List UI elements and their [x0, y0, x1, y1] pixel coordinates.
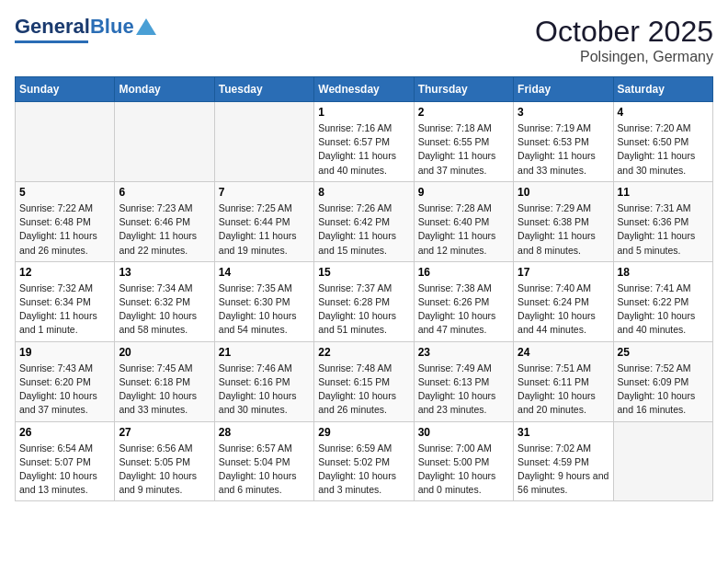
weekday-header: Sunday [16, 77, 115, 102]
day-info: Sunrise: 7:41 AM Sunset: 6:22 PM Dayligh… [618, 282, 709, 338]
day-number: 25 [618, 346, 709, 359]
day-number: 7 [219, 186, 310, 199]
day-info: Sunrise: 7:51 AM Sunset: 6:11 PM Dayligh… [518, 362, 609, 418]
calendar-day-cell: 4Sunrise: 7:20 AM Sunset: 6:50 PM Daylig… [613, 102, 712, 182]
calendar-day-cell: 18Sunrise: 7:41 AM Sunset: 6:22 PM Dayli… [613, 261, 712, 341]
calendar-day-cell: 24Sunrise: 7:51 AM Sunset: 6:11 PM Dayli… [514, 341, 613, 421]
logo-underline [15, 40, 88, 43]
day-info: Sunrise: 6:54 AM Sunset: 5:07 PM Dayligh… [19, 442, 110, 498]
day-info: Sunrise: 7:45 AM Sunset: 6:18 PM Dayligh… [119, 362, 210, 418]
day-number: 3 [518, 106, 609, 119]
day-info: Sunrise: 6:59 AM Sunset: 5:02 PM Dayligh… [318, 442, 409, 498]
day-number: 31 [518, 426, 609, 439]
day-number: 4 [618, 106, 709, 119]
calendar-week-row: 12Sunrise: 7:32 AM Sunset: 6:34 PM Dayli… [16, 261, 713, 341]
day-number: 20 [119, 346, 210, 359]
calendar-day-cell: 3Sunrise: 7:19 AM Sunset: 6:53 PM Daylig… [514, 102, 613, 182]
day-number: 6 [119, 186, 210, 199]
day-info: Sunrise: 7:26 AM Sunset: 6:42 PM Dayligh… [318, 201, 409, 258]
weekday-header: Saturday [613, 77, 712, 102]
calendar-day-cell: 19Sunrise: 7:43 AM Sunset: 6:20 PM Dayli… [16, 341, 115, 421]
day-number: 18 [618, 266, 709, 279]
calendar-day-cell: 12Sunrise: 7:32 AM Sunset: 6:34 PM Dayli… [16, 261, 115, 341]
logo-general: General [15, 15, 90, 39]
calendar-week-row: 5Sunrise: 7:22 AM Sunset: 6:48 PM Daylig… [16, 181, 713, 261]
day-number: 24 [518, 346, 609, 359]
weekday-header: Thursday [414, 77, 513, 102]
calendar-day-cell [214, 102, 313, 182]
day-info: Sunrise: 7:38 AM Sunset: 6:26 PM Dayligh… [418, 282, 509, 338]
day-info: Sunrise: 7:00 AM Sunset: 5:00 PM Dayligh… [418, 442, 509, 498]
day-info: Sunrise: 6:57 AM Sunset: 5:04 PM Dayligh… [219, 442, 310, 498]
calendar-day-cell: 7Sunrise: 7:25 AM Sunset: 6:44 PM Daylig… [214, 181, 313, 261]
day-info: Sunrise: 7:43 AM Sunset: 6:20 PM Dayligh… [19, 362, 110, 418]
calendar-day-cell: 31Sunrise: 7:02 AM Sunset: 4:59 PM Dayli… [514, 421, 613, 501]
weekday-header: Wednesday [314, 77, 414, 102]
day-number: 28 [219, 426, 310, 439]
calendar-day-cell: 28Sunrise: 6:57 AM Sunset: 5:04 PM Dayli… [214, 421, 313, 501]
day-info: Sunrise: 7:02 AM Sunset: 4:59 PM Dayligh… [518, 442, 609, 498]
day-info: Sunrise: 7:29 AM Sunset: 6:38 PM Dayligh… [518, 201, 609, 258]
day-info: Sunrise: 7:34 AM Sunset: 6:32 PM Dayligh… [119, 282, 210, 338]
day-number: 23 [418, 346, 509, 359]
calendar-day-cell: 14Sunrise: 7:35 AM Sunset: 6:30 PM Dayli… [214, 261, 313, 341]
calendar-day-cell: 23Sunrise: 7:49 AM Sunset: 6:13 PM Dayli… [414, 341, 513, 421]
day-info: Sunrise: 6:56 AM Sunset: 5:05 PM Dayligh… [119, 442, 210, 498]
day-info: Sunrise: 7:46 AM Sunset: 6:16 PM Dayligh… [219, 362, 310, 418]
calendar-day-cell: 21Sunrise: 7:46 AM Sunset: 6:16 PM Dayli… [214, 341, 313, 421]
calendar-week-row: 26Sunrise: 6:54 AM Sunset: 5:07 PM Dayli… [16, 421, 713, 501]
calendar-day-cell: 10Sunrise: 7:29 AM Sunset: 6:38 PM Dayli… [514, 181, 613, 261]
location: Polsingen, Germany [535, 49, 713, 65]
calendar-day-cell: 6Sunrise: 7:23 AM Sunset: 6:46 PM Daylig… [115, 181, 214, 261]
day-number: 2 [418, 106, 509, 119]
calendar-day-cell: 16Sunrise: 7:38 AM Sunset: 6:26 PM Dayli… [414, 261, 513, 341]
day-number: 17 [518, 266, 609, 279]
day-info: Sunrise: 7:23 AM Sunset: 6:46 PM Dayligh… [119, 201, 210, 258]
calendar-day-cell: 2Sunrise: 7:18 AM Sunset: 6:55 PM Daylig… [414, 102, 513, 182]
day-info: Sunrise: 7:49 AM Sunset: 6:13 PM Dayligh… [418, 362, 509, 418]
calendar-week-row: 19Sunrise: 7:43 AM Sunset: 6:20 PM Dayli… [16, 341, 713, 421]
title-block: October 2025 Polsingen, Germany [535, 15, 713, 65]
calendar-day-cell: 27Sunrise: 6:56 AM Sunset: 5:05 PM Dayli… [115, 421, 214, 501]
day-info: Sunrise: 7:31 AM Sunset: 6:36 PM Dayligh… [618, 201, 709, 258]
day-info: Sunrise: 7:22 AM Sunset: 6:48 PM Dayligh… [19, 201, 110, 258]
calendar-day-cell: 13Sunrise: 7:34 AM Sunset: 6:32 PM Dayli… [115, 261, 214, 341]
calendar-day-cell [16, 102, 115, 182]
day-info: Sunrise: 7:20 AM Sunset: 6:50 PM Dayligh… [618, 121, 709, 178]
day-info: Sunrise: 7:19 AM Sunset: 6:53 PM Dayligh… [518, 121, 609, 178]
day-number: 21 [219, 346, 310, 359]
calendar-week-row: 1Sunrise: 7:16 AM Sunset: 6:57 PM Daylig… [16, 102, 713, 182]
calendar-header-row: SundayMondayTuesdayWednesdayThursdayFrid… [16, 77, 713, 102]
weekday-header: Tuesday [214, 77, 313, 102]
calendar-day-cell: 30Sunrise: 7:00 AM Sunset: 5:00 PM Dayli… [414, 421, 513, 501]
day-info: Sunrise: 7:18 AM Sunset: 6:55 PM Dayligh… [418, 121, 509, 178]
day-info: Sunrise: 7:32 AM Sunset: 6:34 PM Dayligh… [19, 282, 110, 338]
day-info: Sunrise: 7:28 AM Sunset: 6:40 PM Dayligh… [418, 201, 509, 258]
calendar-day-cell: 1Sunrise: 7:16 AM Sunset: 6:57 PM Daylig… [314, 102, 414, 182]
day-info: Sunrise: 7:48 AM Sunset: 6:15 PM Dayligh… [318, 362, 409, 418]
calendar-day-cell: 29Sunrise: 6:59 AM Sunset: 5:02 PM Dayli… [314, 421, 414, 501]
day-number: 26 [19, 426, 110, 439]
day-number: 5 [19, 186, 110, 199]
calendar-day-cell: 9Sunrise: 7:28 AM Sunset: 6:40 PM Daylig… [414, 181, 513, 261]
calendar-day-cell: 26Sunrise: 6:54 AM Sunset: 5:07 PM Dayli… [16, 421, 115, 501]
day-number: 1 [318, 106, 409, 119]
calendar-day-cell: 8Sunrise: 7:26 AM Sunset: 6:42 PM Daylig… [314, 181, 414, 261]
day-number: 30 [418, 426, 509, 439]
day-info: Sunrise: 7:40 AM Sunset: 6:24 PM Dayligh… [518, 282, 609, 338]
day-number: 15 [318, 266, 409, 279]
calendar-day-cell: 25Sunrise: 7:52 AM Sunset: 6:09 PM Dayli… [613, 341, 712, 421]
day-info: Sunrise: 7:52 AM Sunset: 6:09 PM Dayligh… [618, 362, 709, 418]
day-number: 27 [119, 426, 210, 439]
day-number: 19 [19, 346, 110, 359]
calendar-day-cell: 11Sunrise: 7:31 AM Sunset: 6:36 PM Dayli… [613, 181, 712, 261]
day-number: 14 [219, 266, 310, 279]
calendar-table: SundayMondayTuesdayWednesdayThursdayFrid… [15, 76, 713, 501]
day-info: Sunrise: 7:25 AM Sunset: 6:44 PM Dayligh… [219, 201, 310, 258]
day-number: 16 [418, 266, 509, 279]
day-number: 8 [318, 186, 409, 199]
calendar-day-cell [115, 102, 214, 182]
weekday-header: Friday [514, 77, 613, 102]
page-header: General Blue October 2025 Polsingen, Ger… [15, 15, 713, 65]
month-title: October 2025 [535, 15, 713, 49]
